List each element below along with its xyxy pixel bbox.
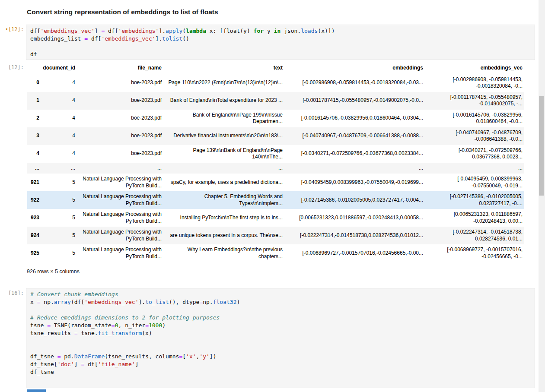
- table-cell: 4: [41, 110, 77, 127]
- table-cell: Natural Language Processing with PyTorch…: [77, 227, 163, 244]
- table-cell: Why Learn Embeddings?\n\nthe previous ch…: [163, 244, 284, 262]
- code-token: 1000: [149, 322, 162, 329]
- table-cell: ...: [284, 163, 425, 174]
- code-token: y: [264, 28, 274, 34]
- table-cell: boe-2023.pdf: [77, 74, 163, 92]
- row-index: ...: [27, 163, 41, 174]
- code-token: df[: [88, 35, 101, 42]
- table-cell: 4: [41, 92, 77, 110]
- code-token: TSNE(random_state: [51, 322, 112, 329]
- code-token: ].: [138, 299, 145, 305]
- table-cell: 5: [41, 174, 77, 191]
- code-token: ): [162, 322, 166, 329]
- table-cell: [-0.0068969727,-0.0015707016,-0.02456665…: [284, 244, 425, 262]
- table-row: 44boe-2023.pdfPage 139\n\nBank of Englan…: [27, 145, 524, 163]
- table-cell: [-0.022247314,-0.014518738,0.028274536,0…: [284, 227, 425, 244]
- table-cell: Bank of England\n\nPage 199\n\nIssue Dep…: [163, 110, 284, 127]
- markdown-heading: Convert string representation of embeddi…: [27, 8, 218, 16]
- table-cell: ...: [425, 163, 524, 174]
- code-token: (), dtype: [169, 299, 199, 305]
- code-token: for: [254, 28, 264, 34]
- table-cell: [-0.0011787415, -0.055480957, -0.0149002…: [425, 92, 524, 110]
- code-token: (: [182, 28, 186, 34]
- column-header: document_id: [41, 63, 77, 74]
- code-token: ]: [74, 361, 81, 367]
- table-cell: Page 110\n\n2022 (£mn)\n\n7\n\n(13)\n\n(…: [163, 74, 284, 92]
- table-cell: boe-2023.pdf: [77, 127, 163, 145]
- table-row: ..................: [27, 163, 524, 174]
- code-token: tsne_results: [30, 330, 74, 336]
- partial-blue-element: [27, 389, 46, 392]
- code-token: embeddings_list: [30, 35, 84, 42]
- code-token: json.: [280, 28, 301, 34]
- input-prompt-16: [16]:: [0, 290, 24, 296]
- code-token: [: [182, 353, 186, 360]
- row-index: 1: [27, 92, 41, 110]
- table-cell: [-0.0340271,-0.072509766,-0.03677368,0.0…: [284, 145, 425, 163]
- table-cell: [-0.002986908, -0.059814453, -0.00183200…: [425, 74, 524, 92]
- code-token: np.: [40, 299, 54, 305]
- table-cell: [-0.040740967,-0.04876709,-0.006641388,-…: [284, 127, 425, 145]
- code-token: array: [54, 299, 71, 305]
- code-token: to_list: [145, 299, 169, 305]
- code-token: =: [84, 35, 88, 42]
- code-token: (x)]): [318, 28, 335, 34]
- table-cell: Chapter 5. Embedding Words and Types\n\n…: [163, 191, 284, 209]
- dataframe-shape-label: 926 rows × 5 columns: [27, 269, 80, 275]
- code-token: np.: [203, 299, 213, 305]
- row-index: 0: [27, 74, 41, 92]
- table-cell: 5: [41, 209, 77, 227]
- code-token: ].: [159, 28, 166, 34]
- code-token: tolist: [162, 35, 182, 42]
- code-token: df[: [84, 361, 98, 367]
- table-row: 9245Natural Language Processing with PyT…: [27, 227, 524, 244]
- code-token: df: [30, 51, 37, 57]
- table-cell: 5: [41, 191, 77, 209]
- code-token: 'x': [186, 353, 196, 360]
- dataframe-body: 04boe-2023.pdfPage 110\n\n2022 (£mn)\n\n…: [27, 74, 524, 262]
- code-token: 'embeddings_vec': [101, 35, 155, 42]
- code-token: df_tsne: [30, 369, 54, 375]
- table-cell: [-0.0011787415,-0.055480957,-0.014900207…: [284, 92, 425, 110]
- code-token: ]: [95, 28, 102, 34]
- code-editor-cell-12[interactable]: df['embeddings_vec'] = df['embeddings'].…: [26, 25, 535, 60]
- table-cell: [-0.04095459,0.008399963,-0.07550049,-0.…: [284, 174, 425, 191]
- code-editor-cell-16[interactable]: # Convert chunk embeddingsx = np.array(d…: [26, 288, 535, 388]
- code-token: 'doc': [57, 361, 74, 367]
- row-index: 925: [27, 244, 41, 262]
- table-cell: ...: [77, 163, 163, 174]
- input-prompt-12-label: [12]:: [8, 26, 24, 32]
- table-cell: spaCy, for example, uses a predefined di…: [163, 174, 284, 191]
- code-token: loads: [301, 28, 318, 34]
- table-row: 9225Natural Language Processing with PyT…: [27, 191, 524, 209]
- code-token: , n_iter: [118, 322, 146, 329]
- code-token: fit_transform: [98, 330, 142, 336]
- code-token: (df[: [71, 299, 84, 305]
- dataframe-header-row: document_idfile_nametextembeddingsembedd…: [27, 63, 524, 74]
- code-token: =: [112, 322, 115, 329]
- table-row: 04boe-2023.pdfPage 110\n\n2022 (£mn)\n\n…: [27, 74, 524, 92]
- row-index: 3: [27, 127, 41, 145]
- code-token: (): [182, 35, 189, 42]
- code-token: ): [237, 299, 240, 305]
- code-token: 'embeddings_vec': [40, 28, 94, 34]
- table-cell: [-0.0340271, -0.072509766, -0.03677368, …: [425, 145, 524, 163]
- vertical-scrollbar-thumb[interactable]: [539, 96, 544, 196]
- code-token: x: [30, 299, 37, 305]
- code-token: (tsne_results, columns: [105, 353, 179, 360]
- row-index: 4: [27, 145, 41, 163]
- row-index: 923: [27, 209, 41, 227]
- table-cell: boe-2023.pdf: [77, 92, 163, 110]
- vertical-scrollbar-track[interactable]: [539, 0, 545, 392]
- code-token: ].: [156, 35, 163, 42]
- code-token: 'file_name': [98, 361, 135, 367]
- code-token: DataFrame: [74, 353, 105, 360]
- code-token: 'embeddings': [118, 28, 159, 34]
- code-token: # Reduce emeddings dimensions to 2 for p…: [30, 314, 220, 321]
- table-cell: [-0.04095459, 0.008399963, -0.07550049, …: [425, 174, 524, 191]
- table-cell: [0.0065231323,0.011886597,-0.020248413,0…: [284, 209, 425, 227]
- code-token: =: [47, 322, 51, 329]
- table-cell: Derivative financial instruments\n\n20\n…: [163, 127, 284, 145]
- code-token: 'embeddings_vec': [84, 299, 138, 305]
- code-token: x: [float(y): [206, 28, 254, 34]
